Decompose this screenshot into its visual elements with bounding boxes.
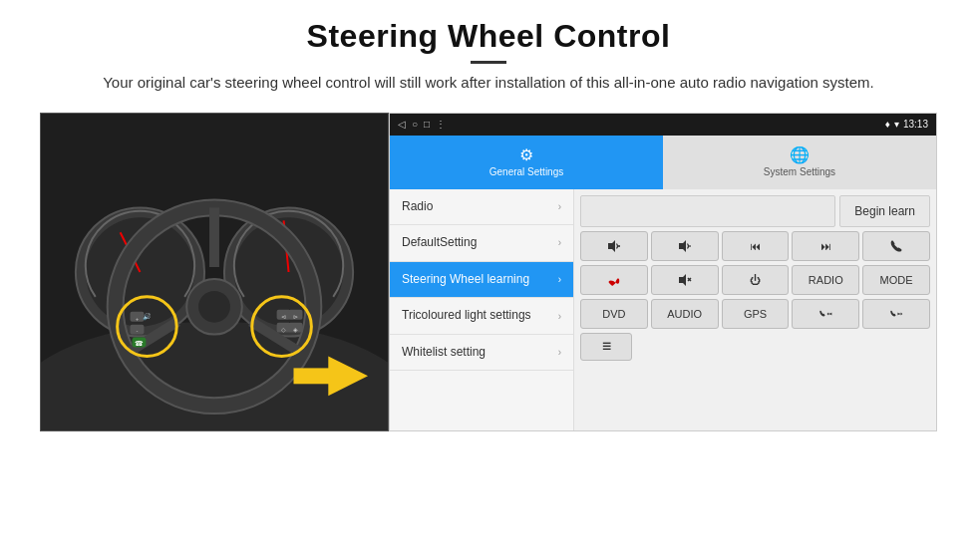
page-title: Steering Wheel Control [103,18,874,55]
tab-general-label: General Settings [489,166,564,177]
menu-item-tricoloured[interactable]: Tricoloured light settings › [390,298,573,335]
menu-item-default[interactable]: DefaultSetting › [390,225,573,262]
tab-bar: ⚙ General Settings 🌐 System Settings [390,136,936,189]
svg-text:☎: ☎ [135,339,144,346]
gps-button[interactable]: GPS [722,299,790,329]
steering-wheel-image: + - 🔊 ☎ ⊲ ⊳ ◇ ◈ [40,113,389,431]
back-nav-icon[interactable]: ◁ [398,119,406,130]
menu-item-radio[interactable]: Radio › [390,189,573,226]
svg-text:-: - [136,327,138,333]
menu-whitelist-label: Whitelist setting [402,345,486,361]
svg-marker-44 [830,312,832,315]
begin-learn-button[interactable]: Begin learn [839,195,930,227]
empty-display [580,195,835,227]
control-row-3: DVD AUDIO GPS [580,299,930,329]
svg-text:◇: ◇ [281,326,286,332]
prev-track-button[interactable]: ⏮ [722,231,790,261]
subtitle: Your original car's steering wheel contr… [103,72,874,95]
next-track-button[interactable]: ⏭ [792,231,859,261]
menu-radio-label: Radio [402,199,433,215]
title-divider [471,61,506,64]
svg-marker-34 [608,240,615,252]
hang-up-button[interactable] [580,265,648,295]
globe-icon: 🌐 [790,145,810,164]
svg-marker-37 [679,240,686,252]
control-row-2: ⏻ RADIO MODE [580,265,930,295]
menu-tricoloured-label: Tricoloured light settings [402,308,531,324]
mode-button[interactable]: MODE [862,265,930,295]
title-section: Steering Wheel Control Your original car… [103,18,874,107]
svg-text:🔊: 🔊 [143,311,152,320]
volume-down-button[interactable] [651,231,719,261]
svg-text:⊲: ⊲ [281,313,286,319]
power-button[interactable]: ⏻ [722,265,790,295]
android-ui-panel: ◁ ○ □ ⋮ ♦ ▾ 13:13 ⚙ General Settings [389,113,937,431]
tel-next-button[interactable] [862,299,930,329]
svg-marker-42 [827,312,829,315]
status-left: ◁ ○ □ ⋮ [398,119,446,130]
menu-default-label: DefaultSetting [402,235,477,251]
home-nav-icon[interactable]: ○ [412,119,418,130]
status-right: ♦ ▾ 13:13 [885,119,928,130]
chevron-right-icon: › [558,274,561,285]
begin-learn-row: Begin learn [580,195,930,227]
clock: 13:13 [903,119,928,130]
chevron-right-icon: › [558,347,561,358]
wifi-icon: ▾ [894,119,899,130]
list-icon-button[interactable]: ☰ [580,333,632,361]
tab-general-settings[interactable]: ⚙ General Settings [390,136,663,189]
chevron-right-icon: › [558,201,561,212]
list-icon: ☰ [602,341,611,352]
svg-text:⊳: ⊳ [293,313,298,319]
menu-item-steering[interactable]: Steering Wheel learning › [390,262,573,299]
svg-text:+: + [136,315,140,321]
svg-rect-33 [294,368,330,384]
menu-list: Radio › DefaultSetting › Steering Wheel … [390,189,574,430]
content-area: + - 🔊 ☎ ⊲ ⊳ ◇ ◈ [40,113,937,431]
call-button[interactable] [862,231,930,261]
control-row-4: ☰ [580,333,930,361]
menu-item-whitelist[interactable]: Whitelist setting › [390,335,573,372]
chevron-right-icon: › [558,237,561,248]
svg-text:◈: ◈ [293,326,298,332]
audio-button[interactable]: AUDIO [651,299,719,329]
svg-marker-39 [679,274,686,286]
gear-icon: ⚙ [519,145,533,164]
tel-prev-button[interactable] [792,299,859,329]
radio-button[interactable]: RADIO [792,265,859,295]
control-row-1: ⏮ ⏭ [580,231,930,261]
tab-system-label: System Settings [764,166,835,177]
location-icon: ♦ [885,119,890,130]
menu-steering-label: Steering Wheel learning [402,272,529,288]
right-panel: Begin learn [574,189,936,430]
dvd-button[interactable]: DVD [580,299,648,329]
menu-nav-icon[interactable]: ⋮ [436,119,446,130]
tab-system-settings[interactable]: 🌐 System Settings [663,136,936,189]
mute-button[interactable] [651,265,719,295]
main-content: Radio › DefaultSetting › Steering Wheel … [390,189,936,430]
chevron-right-icon: › [558,311,561,322]
svg-point-14 [198,290,230,322]
svg-marker-47 [901,312,903,315]
page-container: Steering Wheel Control Your original car… [0,0,977,560]
volume-up-button[interactable] [580,231,648,261]
status-bar: ◁ ○ □ ⋮ ♦ ▾ 13:13 [390,114,936,136]
recents-nav-icon[interactable]: □ [424,119,430,130]
